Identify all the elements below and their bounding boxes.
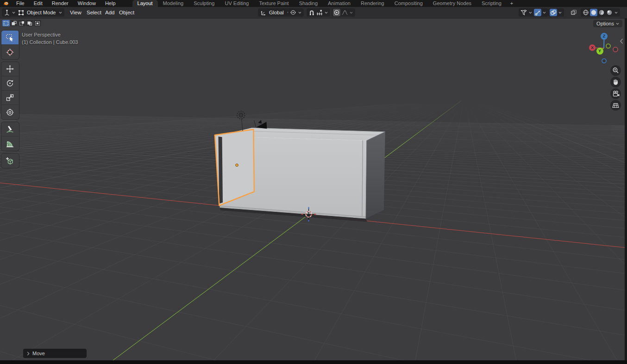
gizmo-axis-y-neg[interactable]: [606, 43, 611, 49]
tool-transform[interactable]: [1, 105, 19, 119]
menu-render[interactable]: Render: [47, 0, 73, 7]
chevron-right-icon: [27, 352, 30, 356]
options-button[interactable]: Options: [593, 20, 622, 27]
gizmo-axis-x[interactable]: X: [589, 44, 596, 51]
pan-button[interactable]: [610, 77, 621, 87]
select-mode-buttons: [2, 20, 41, 26]
blender-logo-icon[interactable]: [0, 0, 12, 7]
chevron-down-icon: [614, 12, 619, 14]
tab-scripting[interactable]: Scripting: [477, 0, 507, 7]
sidebar-toggle[interactable]: [620, 38, 623, 46]
proportional-falloff-icon[interactable]: [341, 9, 348, 16]
tool-measure[interactable]: [1, 136, 19, 151]
gizmo-axis-z[interactable]: Z: [601, 33, 608, 40]
snap-increment-icon[interactable]: [316, 9, 323, 16]
tab-layout[interactable]: Layout: [132, 0, 158, 7]
viewport-header: Object Mode View Select Add Object Globa…: [0, 7, 627, 19]
gizmo-axis-y[interactable]: Y: [596, 48, 603, 55]
gizmo-axis-x-neg[interactable]: [613, 47, 618, 52]
proportional-editing-toggle[interactable]: [333, 9, 340, 16]
camera-view-button[interactable]: [610, 88, 621, 99]
viewport-canvas[interactable]: [0, 19, 627, 364]
tab-geometry-nodes[interactable]: Geometry Nodes: [428, 0, 477, 7]
region-divider[interactable]: [625, 19, 627, 364]
object-origin-dot: [236, 164, 238, 167]
overlays-toggle[interactable]: [550, 9, 557, 16]
tab-rendering[interactable]: Rendering: [356, 0, 389, 7]
chevron-down-icon: [58, 12, 63, 14]
tool-cursor[interactable]: [1, 45, 19, 59]
mode-dropdown-label: Object Mode: [25, 10, 57, 15]
tool-annotate[interactable]: [1, 122, 19, 136]
select-mode-extend-button[interactable]: [10, 20, 18, 26]
tab-modeling[interactable]: Modeling: [158, 0, 189, 7]
select-mode-invert-button[interactable]: [26, 20, 33, 26]
selected-object-cube003[interactable]: [215, 130, 254, 206]
shading-solid-icon[interactable]: [590, 9, 597, 16]
select-mode-subtract-button[interactable]: [18, 20, 25, 26]
select-mode-new-button[interactable]: [2, 20, 10, 26]
zoom-button[interactable]: [610, 65, 621, 76]
chevron-left-icon: [620, 38, 623, 44]
tab-uv-editing[interactable]: UV Editing: [219, 0, 254, 7]
menu-window[interactable]: Window: [73, 0, 100, 7]
snapping-group: [307, 8, 330, 17]
editor-3d-viewport-icon: [3, 9, 11, 16]
pivot-point-icon: [289, 9, 297, 16]
view-perspective-label: User Perspective: [22, 32, 61, 37]
tool-rotate[interactable]: [1, 76, 19, 91]
operator-panel-move[interactable]: Move: [23, 349, 87, 358]
active-object-breadcrumb: (1) Collection | Cube.003: [22, 39, 78, 45]
tab-texture-paint[interactable]: Texture Paint: [254, 0, 294, 7]
tool-select-box[interactable]: [1, 31, 19, 45]
snap-magnet-toggle[interactable]: [308, 9, 315, 16]
menu-help[interactable]: Help: [100, 0, 120, 7]
chevron-down-icon: [542, 12, 547, 14]
menu-object[interactable]: Object: [115, 8, 138, 17]
status-bar: [0, 360, 627, 364]
blender-window: File Edit Render Window Help Layout Mode…: [0, 0, 627, 364]
tool-scale[interactable]: [1, 91, 19, 105]
perspective-grid-icon: [612, 102, 620, 109]
overlays-dropdown: [548, 8, 564, 17]
chevron-down-icon: [324, 12, 329, 14]
pivot-point-dropdown[interactable]: [288, 8, 304, 17]
tool-shelf: [1, 31, 19, 171]
tab-animation[interactable]: Animation: [323, 0, 356, 7]
tab-shading[interactable]: Shading: [294, 0, 323, 7]
3d-viewport[interactable]: Options User Perspective (1) Collection …: [0, 19, 627, 364]
shading-rendered-icon[interactable]: [606, 9, 613, 16]
magnifier-icon: [612, 67, 619, 74]
gizmo-axis-z-neg[interactable]: [602, 58, 607, 63]
chevron-down-icon: [616, 23, 619, 25]
navigation-gizmo[interactable]: Z X Y: [588, 31, 627, 68]
editor-type-selector[interactable]: [2, 8, 18, 17]
toggle-orthographic-button[interactable]: [610, 100, 621, 111]
menu-file[interactable]: File: [12, 0, 29, 7]
chevron-down-icon: [297, 12, 302, 14]
options-label: Options: [596, 21, 614, 26]
gizmo-toggle[interactable]: [534, 9, 541, 16]
tab-sculpting[interactable]: Sculpting: [188, 0, 219, 7]
camera-icon: [612, 90, 620, 97]
transform-orientation-dropdown[interactable]: Global: [258, 8, 293, 17]
select-mode-intersect-button[interactable]: [34, 20, 41, 26]
object-visibility-dropdown[interactable]: [519, 8, 534, 17]
horizon-fade: [16, 19, 611, 146]
menu-edit[interactable]: Edit: [29, 0, 47, 7]
orientation-axes-icon: [259, 9, 267, 16]
topbar: File Edit Render Window Help Layout Mode…: [0, 0, 627, 7]
tool-move[interactable]: [1, 62, 19, 76]
chevron-down-icon: [558, 12, 563, 14]
tab-compositing[interactable]: Compositing: [389, 0, 428, 7]
shading-material-icon[interactable]: [598, 9, 605, 16]
shading-wireframe-icon[interactable]: [582, 9, 589, 16]
chevron-down-icon: [349, 12, 354, 14]
xray-toggle[interactable]: [570, 9, 577, 16]
add-workspace-button[interactable]: +: [507, 0, 517, 7]
mode-dropdown[interactable]: Object Mode: [16, 8, 64, 17]
orientation-label: Global: [267, 10, 286, 15]
hand-icon: [612, 79, 619, 86]
tool-add-cube[interactable]: [1, 154, 19, 168]
proportional-editing-group: [332, 8, 355, 17]
